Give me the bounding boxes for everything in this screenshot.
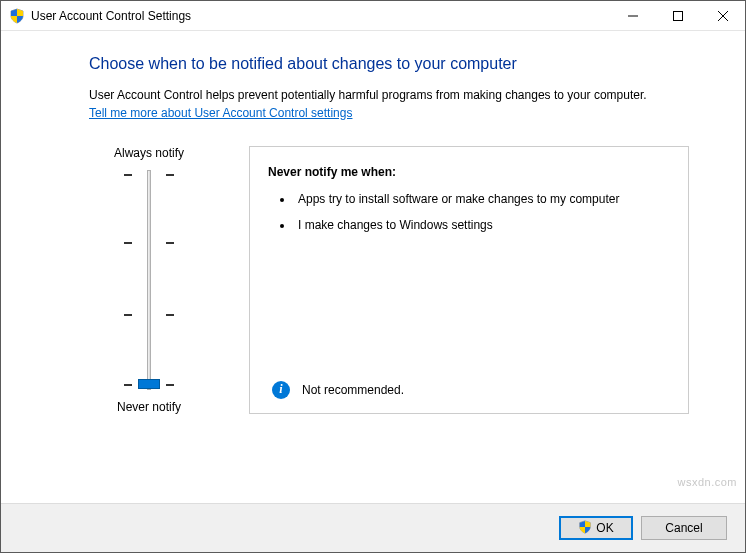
notification-slider[interactable]: [124, 170, 174, 390]
slider-label-top: Always notify: [114, 146, 184, 160]
content-area: Choose when to be notified about changes…: [1, 31, 745, 503]
page-description: User Account Control helps prevent poten…: [89, 87, 689, 104]
window-title: User Account Control Settings: [31, 9, 191, 23]
learn-more-link[interactable]: Tell me more about User Account Control …: [89, 106, 689, 120]
recommendation-text: Not recommended.: [302, 383, 404, 397]
slider-column: Always notify Never notify: [89, 146, 209, 414]
minimize-button[interactable]: [610, 1, 655, 30]
slider-track: [147, 170, 151, 390]
main-row: Always notify Never notify Never notify …: [89, 146, 689, 414]
close-button[interactable]: [700, 1, 745, 30]
slider-label-bottom: Never notify: [117, 400, 181, 414]
ok-button[interactable]: OK: [559, 516, 633, 540]
info-list-item: Apps try to install software or make cha…: [294, 191, 670, 207]
cancel-button[interactable]: Cancel: [641, 516, 727, 540]
cancel-button-label: Cancel: [665, 521, 702, 535]
svg-rect-1: [673, 11, 682, 20]
info-icon: i: [272, 381, 290, 399]
shield-icon: [578, 520, 592, 537]
info-panel: Never notify me when: Apps try to instal…: [249, 146, 689, 414]
button-bar: OK Cancel: [1, 503, 745, 552]
info-footer: i Not recommended.: [268, 381, 670, 399]
info-heading: Never notify me when:: [268, 165, 670, 179]
slider-thumb[interactable]: [138, 379, 160, 389]
info-list-item: I make changes to Windows settings: [294, 217, 670, 233]
title-bar: User Account Control Settings: [1, 1, 745, 31]
window-controls: [610, 1, 745, 30]
info-list: Apps try to install software or make cha…: [268, 191, 670, 243]
shield-icon: [9, 8, 25, 24]
page-heading: Choose when to be notified about changes…: [89, 55, 689, 73]
ok-button-label: OK: [596, 521, 613, 535]
maximize-button[interactable]: [655, 1, 700, 30]
